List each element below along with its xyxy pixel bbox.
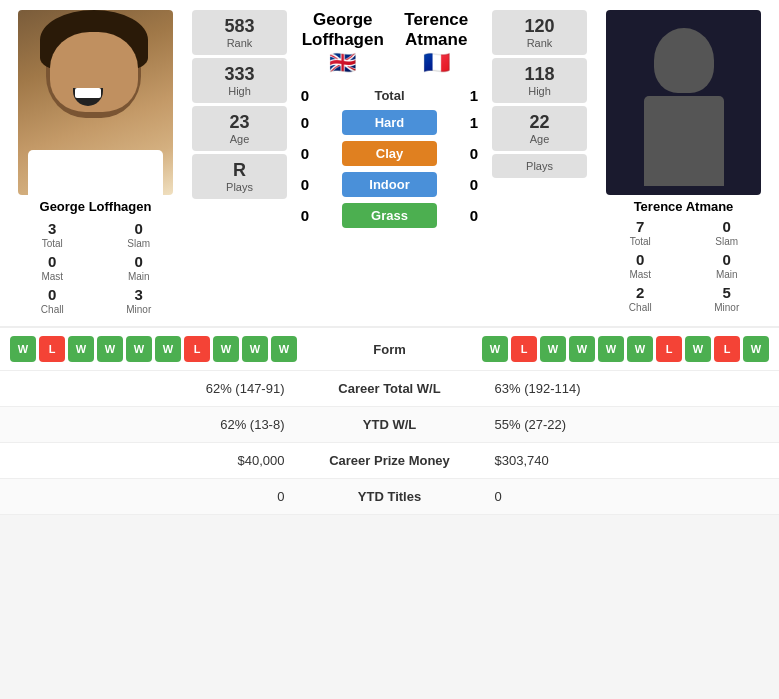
- left-minor-item: 3 Minor: [100, 286, 179, 316]
- hard-row: 0 Hard 1: [296, 110, 483, 135]
- stat-left-val-3: 0: [15, 489, 300, 504]
- clay-left-score: 0: [296, 145, 314, 162]
- grass-badge: Grass: [342, 203, 437, 228]
- form-badge-l: L: [511, 336, 537, 362]
- bottom-section: WLWWWWLWWW Form WLWWWWLWLW 62% (147-91)C…: [0, 326, 779, 515]
- left-flag: 🇬🇧: [296, 50, 390, 76]
- stat-center-label-2: Career Prize Money: [300, 453, 480, 468]
- hard-left-score: 0: [296, 114, 314, 131]
- form-badge-l: L: [39, 336, 65, 362]
- right-player-name: Terence Atmane: [634, 199, 734, 214]
- form-badge-w: W: [271, 336, 297, 362]
- left-high-box: 333 High: [192, 58, 287, 103]
- form-badge-w: W: [97, 336, 123, 362]
- silhouette-body: [644, 96, 724, 186]
- form-badge-w: W: [213, 336, 239, 362]
- form-badge-w: W: [685, 336, 711, 362]
- right-stats-grid: 7 Total 0 Slam 0 Mast 0 Main: [596, 218, 771, 314]
- form-badge-w: W: [482, 336, 508, 362]
- form-badge-l: L: [714, 336, 740, 362]
- right-plays-box: Plays: [492, 154, 587, 178]
- form-badge-l: L: [184, 336, 210, 362]
- form-badge-w: W: [10, 336, 36, 362]
- total-left-score: 0: [296, 87, 314, 104]
- hard-right-score: 1: [465, 114, 483, 131]
- right-header: Terence Atmane 🇫🇷: [390, 10, 484, 76]
- right-flag: 🇫🇷: [390, 50, 484, 76]
- stat-left-val-0: 62% (147-91): [15, 381, 300, 396]
- form-badge-w: W: [627, 336, 653, 362]
- stat-right-val-2: $303,740: [480, 453, 765, 468]
- form-row: WLWWWWLWWW Form WLWWWWLWLW: [0, 328, 779, 371]
- stat-center-label-0: Career Total W/L: [300, 381, 480, 396]
- grass-left-score: 0: [296, 207, 314, 224]
- right-rank-box: 120 Rank: [492, 10, 587, 55]
- indoor-row: 0 Indoor 0: [296, 172, 483, 197]
- grass-right-score: 0: [465, 207, 483, 224]
- left-stat-boxes: 583 Rank 333 High 23 Age R Plays: [187, 10, 292, 199]
- left-stats-grid: 3 Total 0 Slam 0 Mast 0 Main: [8, 220, 183, 316]
- right-high-box: 118 High: [492, 58, 587, 103]
- right-main-item: 0 Main: [688, 251, 767, 281]
- form-badge-w: W: [743, 336, 769, 362]
- stats-row-0: 62% (147-91)Career Total W/L63% (192-114…: [0, 371, 779, 407]
- right-player-card: Terence Atmane 7 Total 0 Slam 0 Mast: [596, 10, 771, 314]
- right-center-name: Terence Atmane: [390, 10, 484, 50]
- left-plays-box: R Plays: [192, 154, 287, 199]
- right-age-box: 22 Age: [492, 106, 587, 151]
- form-label: Form: [340, 342, 440, 357]
- right-player-silhouette: [606, 10, 761, 195]
- form-badge-w: W: [598, 336, 624, 362]
- form-badge-l: L: [656, 336, 682, 362]
- right-minor-item: 5 Minor: [688, 284, 767, 314]
- stat-left-val-1: 62% (13-8): [15, 417, 300, 432]
- left-player-photo: [18, 10, 173, 195]
- indoor-right-score: 0: [465, 176, 483, 193]
- player-headers: George Loffhagen 🇬🇧 Terence Atmane 🇫🇷: [296, 10, 483, 76]
- left-total-item: 3 Total: [13, 220, 92, 250]
- right-stat-boxes: 120 Rank 118 High 22 Age Plays: [487, 10, 592, 178]
- silhouette-head: [654, 28, 714, 93]
- left-slam-item: 0 Slam: [100, 220, 179, 250]
- right-total-item: 7 Total: [601, 218, 680, 248]
- left-header: George Loffhagen 🇬🇧: [296, 10, 390, 76]
- left-form-badges: WLWWWWLWWW: [10, 336, 340, 362]
- form-badge-w: W: [540, 336, 566, 362]
- right-mast-item: 0 Mast: [601, 251, 680, 281]
- indoor-left-score: 0: [296, 176, 314, 193]
- left-chall-item: 0 Chall: [13, 286, 92, 316]
- stat-center-label-3: YTD Titles: [300, 489, 480, 504]
- stat-center-label-1: YTD W/L: [300, 417, 480, 432]
- total-badge: Total: [342, 88, 437, 103]
- bottom-stats: 62% (147-91)Career Total W/L63% (192-114…: [0, 371, 779, 515]
- form-badge-w: W: [126, 336, 152, 362]
- right-chall-item: 2 Chall: [601, 284, 680, 314]
- top-section: George Loffhagen 3 Total 0 Slam 0 Mast: [0, 0, 779, 326]
- left-main-item: 0 Main: [100, 253, 179, 283]
- left-rank-box: 583 Rank: [192, 10, 287, 55]
- stats-row-3: 0YTD Titles0: [0, 479, 779, 515]
- right-slam-item: 0 Slam: [688, 218, 767, 248]
- stat-right-val-1: 55% (27-22): [480, 417, 765, 432]
- clay-row: 0 Clay 0: [296, 141, 483, 166]
- main-container: George Loffhagen 3 Total 0 Slam 0 Mast: [0, 0, 779, 515]
- stat-right-val-3: 0: [480, 489, 765, 504]
- total-row: 0 Total 1: [296, 87, 483, 104]
- form-badge-w: W: [569, 336, 595, 362]
- right-player-photo: [606, 10, 761, 195]
- stat-right-val-0: 63% (192-114): [480, 381, 765, 396]
- grass-row: 0 Grass 0: [296, 203, 483, 228]
- form-badge-w: W: [68, 336, 94, 362]
- left-age-box: 23 Age: [192, 106, 287, 151]
- indoor-badge: Indoor: [342, 172, 437, 197]
- center-column: George Loffhagen 🇬🇧 Terence Atmane 🇫🇷 0 …: [296, 10, 483, 231]
- left-center-name: George Loffhagen: [296, 10, 390, 50]
- left-mast-item: 0 Mast: [13, 253, 92, 283]
- hard-badge: Hard: [342, 110, 437, 135]
- right-form-badges: WLWWWWLWLW: [440, 336, 770, 362]
- clay-badge: Clay: [342, 141, 437, 166]
- silhouette: [644, 28, 724, 178]
- stats-row-2: $40,000Career Prize Money$303,740: [0, 443, 779, 479]
- left-player-name: George Loffhagen: [40, 199, 152, 214]
- form-badge-w: W: [242, 336, 268, 362]
